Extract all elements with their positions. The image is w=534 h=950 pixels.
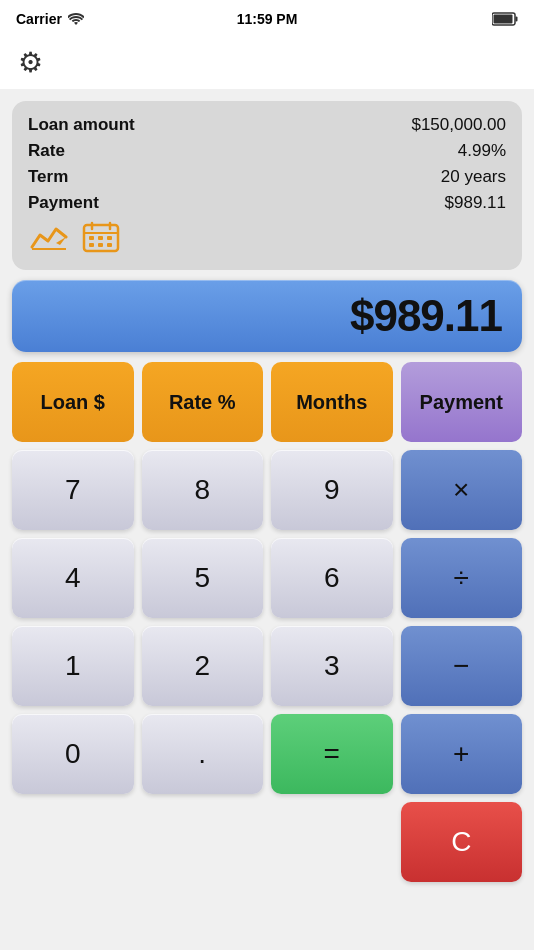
rate-value: 4.99% (458, 141, 506, 161)
info-panel: Loan amount $150,000.00 Rate 4.99% Term … (12, 101, 522, 270)
calendar-button[interactable] (80, 219, 122, 258)
carrier-wifi: Carrier (16, 11, 84, 27)
btn-empty-2 (142, 802, 264, 882)
btn-4[interactable]: 4 (12, 538, 134, 618)
info-row-loan: Loan amount $150,000.00 (28, 115, 506, 135)
svg-rect-12 (89, 243, 94, 247)
info-row-rate: Rate 4.99% (28, 141, 506, 161)
btn-equals[interactable]: = (271, 714, 393, 794)
settings-area: ⚙ (0, 36, 534, 89)
btn-subtract[interactable]: − (401, 626, 523, 706)
loan-value: $150,000.00 (411, 115, 506, 135)
rate-button[interactable]: Rate % (142, 362, 264, 442)
calc-row-5: C (12, 802, 522, 882)
btn-multiply[interactable]: × (401, 450, 523, 530)
info-row-term: Term 20 years (28, 167, 506, 187)
loan-label: Loan amount (28, 115, 135, 135)
btn-9[interactable]: 9 (271, 450, 393, 530)
btn-empty-3 (271, 802, 393, 882)
svg-rect-11 (107, 236, 112, 240)
svg-marker-4 (56, 237, 66, 245)
payment-value: $989.11 (445, 193, 506, 213)
btn-dot[interactable]: . (142, 714, 264, 794)
btn-empty-1 (12, 802, 134, 882)
btn-3[interactable]: 3 (271, 626, 393, 706)
btn-6[interactable]: 6 (271, 538, 393, 618)
svg-rect-13 (98, 243, 103, 247)
loan-button[interactable]: Loan $ (12, 362, 134, 442)
rate-label: Rate (28, 141, 65, 161)
calc-row-0: Loan $ Rate % Months Payment (12, 362, 522, 442)
term-value: 20 years (441, 167, 506, 187)
display-value: $989.11 (350, 291, 502, 341)
calc-row-2: 4 5 6 ÷ (12, 538, 522, 618)
term-label: Term (28, 167, 68, 187)
svg-rect-14 (107, 243, 112, 247)
btn-5[interactable]: 5 (142, 538, 264, 618)
info-row-payment: Payment $989.11 (28, 193, 506, 213)
info-icons-row (28, 219, 506, 258)
btn-0[interactable]: 0 (12, 714, 134, 794)
payment-button[interactable]: Payment (401, 362, 523, 442)
btn-7[interactable]: 7 (12, 450, 134, 530)
btn-1[interactable]: 1 (12, 626, 134, 706)
calc-row-1: 7 8 9 × (12, 450, 522, 530)
wifi-icon (68, 13, 84, 25)
svg-rect-9 (89, 236, 94, 240)
calc-row-4: 0 . = + (12, 714, 522, 794)
settings-button[interactable]: ⚙ (16, 44, 45, 81)
btn-clear[interactable]: C (401, 802, 523, 882)
btn-add[interactable]: + (401, 714, 523, 794)
battery-area (492, 12, 518, 26)
chart-icon (30, 221, 68, 253)
months-button[interactable]: Months (271, 362, 393, 442)
btn-2[interactable]: 2 (142, 626, 264, 706)
svg-rect-10 (98, 236, 103, 240)
display-panel: $989.11 (12, 280, 522, 352)
payment-label: Payment (28, 193, 99, 213)
svg-rect-2 (516, 17, 518, 22)
status-bar: Carrier 11:59 PM (0, 0, 534, 36)
chart-button[interactable] (28, 219, 70, 258)
svg-rect-1 (494, 15, 513, 24)
calc-row-3: 1 2 3 − (12, 626, 522, 706)
time-display: 11:59 PM (237, 11, 298, 27)
battery-icon (492, 12, 518, 26)
calendar-icon (82, 221, 120, 253)
gear-icon: ⚙ (18, 47, 43, 78)
carrier-label: Carrier (16, 11, 62, 27)
btn-8[interactable]: 8 (142, 450, 264, 530)
btn-divide[interactable]: ÷ (401, 538, 523, 618)
